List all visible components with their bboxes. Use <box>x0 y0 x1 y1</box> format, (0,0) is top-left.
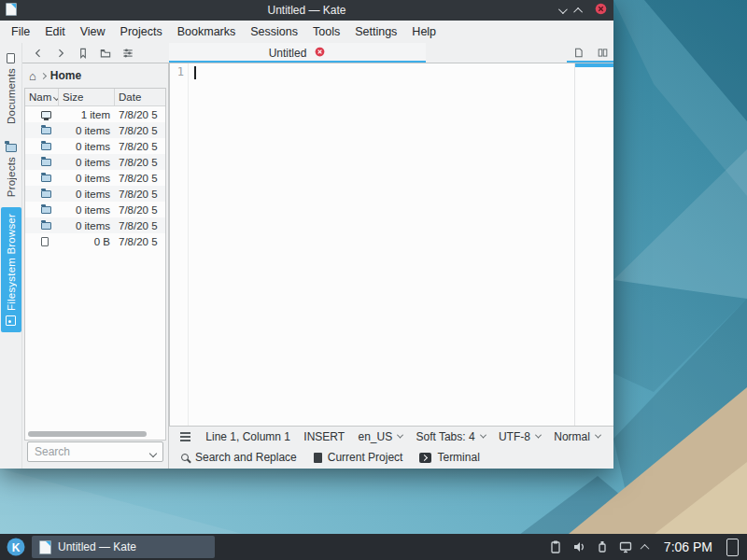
tray-expander-icon[interactable] <box>640 543 649 553</box>
statusbar: Line 1, Column 1 INSERT en_US Soft Tabs:… <box>169 426 613 446</box>
fs-row-file[interactable]: 0 B 7/8/20 5 <box>25 233 165 249</box>
pictures-folder-icon <box>41 175 51 182</box>
filesystem-toolbar <box>22 43 169 63</box>
text-cursor <box>194 66 196 79</box>
task-button-kate[interactable]: Untitled — Kate <box>32 536 215 558</box>
clock[interactable]: 7:06 PM <box>664 539 712 554</box>
row-date: 7/8/20 5 <box>115 125 165 136</box>
toolview-menu-button[interactable] <box>176 436 194 438</box>
menu-edit[interactable]: Edit <box>37 21 73 42</box>
documents-folder-icon <box>41 127 51 134</box>
caret-down-icon <box>535 432 542 439</box>
home-icon[interactable]: ⌂ <box>29 70 36 82</box>
scrollbar-minimap[interactable] <box>574 63 613 426</box>
back-button[interactable] <box>30 45 47 62</box>
new-document-button[interactable] <box>570 45 586 62</box>
forward-button[interactable] <box>52 45 69 62</box>
clipboard-tray-button[interactable] <box>548 539 563 554</box>
column-header-size[interactable]: Size <box>59 89 115 105</box>
file-tree: Nam Size Date 1 item 7/8/20 5 0 <box>24 88 166 441</box>
scrollbar-thumb[interactable] <box>28 431 147 437</box>
column-header-date[interactable]: Date <box>115 89 165 105</box>
fs-row-desktop[interactable]: 1 item 7/8/20 5 <box>25 106 165 122</box>
menu-projects[interactable]: Projects <box>113 21 170 42</box>
menu-view[interactable]: View <box>73 21 113 42</box>
split-view-icon <box>597 47 609 59</box>
dock-tab-label: Filesystem Browser <box>6 214 17 311</box>
row-size: 0 items <box>59 157 115 168</box>
row-date: 7/8/20 5 <box>115 220 165 231</box>
fs-row-templates[interactable]: 0 items 7/8/20 5 <box>25 202 165 217</box>
menubar: File Edit View Projects Bookmarks Sessio… <box>0 21 613 43</box>
dock-tab-label: Documents <box>6 68 17 124</box>
titlebar[interactable]: Untitled — Kate <box>0 0 613 21</box>
menu-tools[interactable]: Tools <box>305 21 347 42</box>
editor-area: 1 <box>169 63 613 426</box>
show-desktop-button[interactable] <box>726 539 739 556</box>
toolview-search-replace-button[interactable]: Search and Replace <box>175 448 303 467</box>
volume-tray-button[interactable] <box>571 539 586 554</box>
fs-row-downloads[interactable]: 0 items 7/8/20 5 <box>25 138 165 154</box>
tab-untitled[interactable]: Untitled <box>169 43 426 63</box>
fs-row-music[interactable]: 0 items 7/8/20 5 <box>25 154 165 170</box>
usb-icon <box>595 539 610 554</box>
row-size: 1 item <box>59 109 115 120</box>
close-icon <box>594 2 608 16</box>
text-area[interactable] <box>189 63 574 426</box>
bookmarks-button[interactable] <box>75 45 92 62</box>
breadcrumb: ⌂ Home <box>22 63 168 88</box>
fs-row-videos[interactable]: 0 items 7/8/20 5 <box>25 217 165 233</box>
column-header-name[interactable]: Nam <box>25 89 59 105</box>
file-tree-header: Nam Size Date <box>25 89 165 106</box>
status-tab-mode[interactable]: Soft Tabs: 4 <box>414 430 486 443</box>
search-input[interactable] <box>27 441 163 462</box>
breadcrumb-home[interactable]: Home <box>50 69 81 82</box>
usb-device-tray-button[interactable] <box>595 539 610 554</box>
current-document-folder-button[interactable] <box>97 45 114 62</box>
fs-row-documents[interactable]: 0 items 7/8/20 5 <box>25 122 165 138</box>
dock-tab-filesystem-browser[interactable]: Filesystem Browser <box>1 207 21 332</box>
tabbar-actions <box>567 43 613 63</box>
kate-task-icon <box>39 540 51 554</box>
project-icon <box>314 453 322 463</box>
display-tray-button[interactable] <box>618 539 633 554</box>
status-encoding[interactable]: UTF-8 <box>497 430 543 443</box>
split-view-button[interactable] <box>594 45 611 62</box>
application-launcher-button[interactable]: K <box>5 536 27 558</box>
options-button[interactable] <box>120 45 136 62</box>
minimize-button[interactable] <box>558 5 568 14</box>
fs-row-public[interactable]: 0 items 7/8/20 5 <box>25 186 165 202</box>
dock-tab-projects[interactable]: Projects <box>1 134 21 203</box>
row-size: 0 B <box>59 236 115 247</box>
downloads-folder-icon <box>41 143 51 150</box>
toolbar: Untitled <box>22 43 613 63</box>
forward-icon <box>54 47 67 60</box>
kate-window: Untitled — Kate File Edit View Projects … <box>0 0 613 469</box>
public-folder-icon <box>41 190 51 198</box>
caret-down-icon <box>595 432 601 439</box>
row-date: 7/8/20 5 <box>115 157 165 168</box>
tabbar-empty-area <box>426 43 567 63</box>
dock-tab-documents[interactable]: Documents <box>1 47 21 131</box>
menu-bookmarks[interactable]: Bookmarks <box>170 21 244 42</box>
horizontal-scrollbar[interactable] <box>25 428 165 440</box>
status-dictionary[interactable]: en_US <box>356 430 404 443</box>
close-button[interactable] <box>594 2 608 19</box>
toolview-terminal-button[interactable]: Terminal <box>413 448 486 467</box>
toolview-current-project-button[interactable]: Current Project <box>307 448 410 467</box>
videos-folder-icon <box>41 222 51 230</box>
tab-close-button[interactable] <box>314 46 326 61</box>
menu-file[interactable]: File <box>4 21 37 42</box>
left-dock-tabbar: Documents Projects Filesystem Browser <box>0 43 22 469</box>
filesystem-browser-panel: ⌂ Home Nam Size Date <box>22 63 169 469</box>
fs-row-pictures[interactable]: 0 items 7/8/20 5 <box>25 170 165 186</box>
status-cursor-position[interactable]: Line 1, Column 1 <box>204 430 292 443</box>
menu-sessions[interactable]: Sessions <box>243 21 305 42</box>
maximize-button[interactable] <box>573 7 583 16</box>
status-highlighting[interactable]: Normal <box>552 430 602 443</box>
menu-help[interactable]: Help <box>404 21 444 42</box>
menu-settings[interactable]: Settings <box>347 21 404 42</box>
documents-icon <box>7 53 15 63</box>
status-input-mode[interactable]: INSERT <box>302 430 346 443</box>
desktop-folder-icon <box>41 111 51 119</box>
